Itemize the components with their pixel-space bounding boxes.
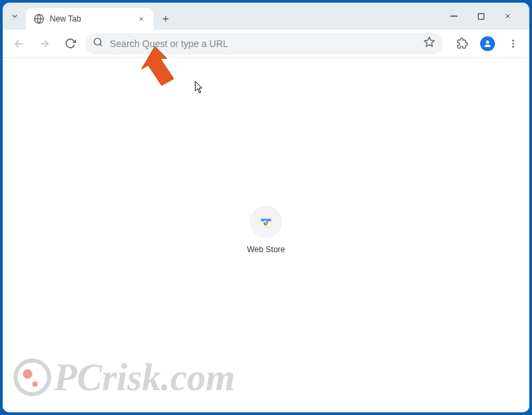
window-controls (444, 7, 525, 26)
toolbar-right (447, 33, 524, 54)
forward-button[interactable] (34, 33, 55, 54)
search-icon (93, 37, 103, 50)
tab-title: New Tab (50, 14, 131, 24)
svg-rect-7 (478, 13, 484, 19)
svg-point-12 (94, 38, 101, 45)
chevron-down-icon (11, 12, 19, 20)
svg-point-17 (512, 46, 514, 48)
person-icon (483, 39, 492, 48)
svg-line-13 (100, 44, 102, 46)
page-content: Web Store (3, 58, 529, 412)
maximize-button[interactable] (471, 7, 490, 26)
minimize-button[interactable] (444, 7, 463, 26)
web-store-shortcut[interactable]: Web Store (247, 206, 285, 254)
toolbar (3, 30, 529, 58)
address-input[interactable] (110, 38, 417, 49)
omnibox[interactable] (85, 33, 443, 54)
shortcut-label: Web Store (247, 245, 285, 254)
tabs-dropdown-button[interactable] (7, 8, 23, 24)
dots-vertical-icon (508, 38, 519, 49)
extensions-button[interactable] (451, 33, 473, 54)
arrow-right-icon (38, 38, 51, 50)
profile-button[interactable] (477, 33, 498, 54)
svg-point-15 (512, 40, 514, 42)
profile-avatar (480, 36, 495, 51)
arrow-left-icon (13, 38, 25, 50)
star-icon (424, 36, 435, 48)
reload-icon (65, 38, 76, 49)
maximize-icon (477, 13, 485, 20)
extensions-icon (457, 38, 468, 49)
globe-icon (34, 13, 44, 24)
menu-button[interactable] (502, 33, 524, 54)
titlebar: New Tab (3, 3, 529, 30)
reload-button[interactable] (59, 33, 81, 54)
back-button[interactable] (8, 33, 30, 54)
bookmark-button[interactable] (424, 36, 435, 50)
svg-point-16 (512, 42, 514, 44)
svg-marker-14 (424, 37, 434, 46)
close-icon (138, 15, 145, 22)
close-icon (504, 12, 512, 20)
browser-tab[interactable]: New Tab (26, 8, 154, 30)
browser-window: New Tab (3, 3, 529, 412)
plus-icon (161, 14, 170, 24)
web-store-icon (259, 215, 273, 229)
close-window-button[interactable] (498, 7, 517, 26)
minimize-icon (450, 12, 458, 20)
new-tab-button[interactable] (156, 9, 175, 28)
tab-close-button[interactable] (136, 13, 147, 24)
svg-point-21 (265, 223, 266, 223)
shortcut-circle (250, 206, 282, 238)
